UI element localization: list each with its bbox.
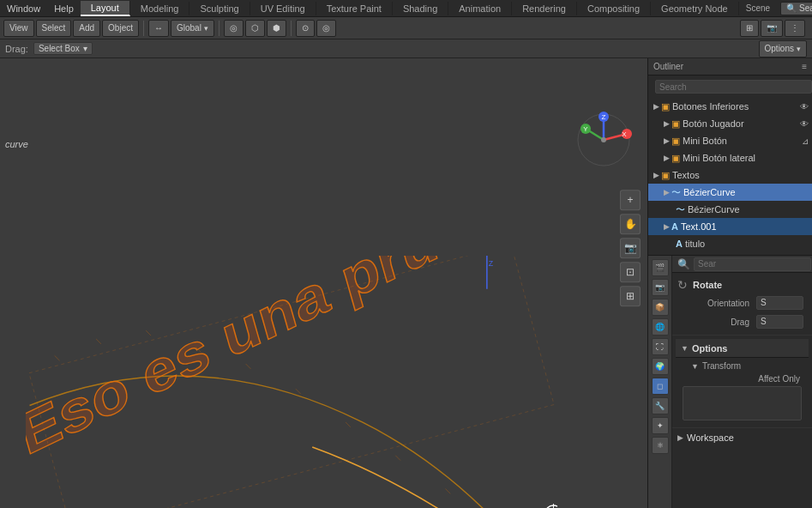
separator-3: [291, 21, 292, 36]
tab-geometry-node[interactable]: Geometry Node: [651, 2, 739, 15]
viewport-controls: + ✋ 📷 ⊡ ⊞: [620, 190, 641, 306]
outliner-title: Outliner: [653, 62, 683, 71]
svg-text:Y: Y: [583, 125, 588, 133]
persp-btn[interactable]: ⊞: [620, 286, 641, 306]
mesh-icon-2: ▣: [671, 136, 680, 147]
view-label: View: [9, 23, 28, 33]
curve-icon: 〜: [671, 186, 681, 199]
props-icon-physics[interactable]: ⚛: [652, 437, 669, 454]
orientation-value[interactable]: S: [756, 296, 803, 310]
global-btn[interactable]: Global: [171, 20, 214, 37]
affect-only-value-area[interactable]: [683, 386, 802, 420]
mesh-icon: ▣: [671, 118, 680, 130]
item-label: Mini Botón: [683, 136, 727, 146]
svg-point-18: [601, 137, 606, 142]
tab-shading[interactable]: Shading: [393, 2, 448, 15]
outliner-menu-btn[interactable]: ≡: [802, 62, 807, 71]
tab-compositing[interactable]: Compositing: [577, 2, 651, 15]
props-icon-world[interactable]: 🌍: [652, 358, 669, 375]
wireframe-btn[interactable]: ⬡: [245, 20, 265, 37]
add-menu-btn[interactable]: Add: [73, 20, 100, 37]
collection-icon: ▣: [661, 101, 670, 112]
3d-scene-content: Eso es una prueba: [26, 256, 557, 508]
object-menu-btn[interactable]: Object: [102, 20, 139, 37]
props-icon-render[interactable]: 📷: [652, 279, 669, 296]
tab-texture-paint[interactable]: Texture Paint: [316, 2, 393, 15]
tree-arrow: ▶: [664, 136, 670, 145]
tree-item-mini-boton[interactable]: ▶ ▣ Mini Botón ⊿: [648, 132, 812, 149]
props-search-input[interactable]: [694, 257, 811, 271]
proportional-btn[interactable]: ◎: [316, 20, 336, 37]
options-dropdown[interactable]: Options: [759, 40, 807, 57]
tab-uv-editing[interactable]: UV Editing: [250, 2, 316, 15]
snap-btn[interactable]: ⊙: [296, 20, 315, 37]
view-menu-btn[interactable]: View: [3, 20, 34, 37]
viewport-shading-btn[interactable]: ◎: [224, 20, 244, 37]
viewport[interactable]: curve Eso es una prueba: [0, 58, 647, 508]
rotate-section: ↻ Rotate Orientation S Drag S: [672, 273, 812, 336]
tab-sculpting[interactable]: Sculpting: [189, 2, 250, 15]
props-icon-view-layer[interactable]: 🌐: [652, 318, 669, 336]
tab-animation[interactable]: Animation: [448, 2, 512, 15]
props-search-header: 🔍 ≡: [672, 256, 812, 273]
tree-arrow: ▶: [653, 102, 659, 111]
tree-arrow: ▶: [664, 222, 670, 231]
props-icon-scene2[interactable]: ⛶: [652, 338, 669, 355]
tree-item-boton-jugador[interactable]: ▶ ▣ Botón Jugador 👁: [648, 115, 812, 132]
props-icon-object[interactable]: ◻: [652, 378, 669, 395]
scene-dropdown[interactable]: Scene: [739, 2, 777, 15]
affect-only-row: Affect Only: [679, 372, 805, 384]
options-section-header[interactable]: ▼ Options: [676, 339, 809, 358]
eye-icon[interactable]: 👁: [800, 119, 809, 129]
props-icon-scene[interactable]: 🎬: [652, 259, 669, 276]
tab-rendering[interactable]: Rendering: [512, 2, 577, 15]
transform-widget-btn[interactable]: ↔: [148, 20, 169, 37]
props-icon-output[interactable]: 📦: [652, 299, 669, 316]
svg-text:Eso es una prueba: Eso es una prueba: [26, 256, 544, 468]
tree-item-titulo[interactable]: A titulo: [648, 235, 812, 252]
camera-btn[interactable]: 📷: [620, 238, 641, 258]
transform-label[interactable]: ▼ Transform: [679, 360, 805, 372]
drag-prop-label: Drag: [681, 318, 749, 327]
tree-item-bezier-curve-2[interactable]: 〜 BézierCurve: [648, 201, 812, 218]
search-button[interactable]: 🔍 Search: [780, 2, 812, 15]
props-icon-modifier[interactable]: 🔧: [652, 397, 669, 414]
tree-item-text-001[interactable]: ▶ A Text.001: [648, 218, 812, 235]
tree-item-botones-inferiores[interactable]: ▶ ▣ Botones Inferiores 👁: [648, 98, 812, 115]
eye-icon[interactable]: 👁: [800, 102, 809, 112]
rotate-row: ↻ Rotate: [677, 276, 807, 293]
menu-help[interactable]: Help: [47, 2, 81, 15]
tree-arrow: ▶: [653, 171, 659, 179]
tree-item-textos[interactable]: ▶ ▣ Textos: [648, 166, 812, 184]
props-icon-particles[interactable]: ✦: [652, 417, 669, 434]
viewport-coords: curve: [5, 139, 28, 149]
add-label: Add: [79, 23, 94, 33]
rotate-icon: ↻: [677, 278, 688, 292]
drag-value[interactable]: S: [756, 315, 803, 329]
tree-item-mini-boton-lateral[interactable]: ▶ ▣ Mini Botón lateral: [648, 149, 812, 166]
pan-btn[interactable]: ✋: [620, 214, 641, 234]
global-label: Global: [177, 23, 201, 33]
separator-2: [219, 21, 220, 36]
tree-item-bezier-curve-1[interactable]: ▶ 〜 BézierCurve: [648, 184, 812, 201]
tab-modeling[interactable]: Modeling: [130, 2, 190, 15]
tab-layout[interactable]: Layout: [81, 1, 130, 16]
shading-icon: ◎: [230, 23, 238, 33]
options-btn[interactable]: ⋮: [785, 20, 805, 37]
item-label: Mini Botón lateral: [683, 153, 755, 163]
select-label: Select: [42, 23, 66, 33]
solid-btn[interactable]: ⬢: [267, 20, 286, 37]
properties-section: 🎬 📷 📦 🌐 ⛶ 🌍 ◻ 🔧 ✦ ⚛ 🔍 ≡: [648, 256, 812, 508]
outliner-search-input[interactable]: [655, 80, 812, 94]
main-toolbar: View Select Add Object ↔ Global ◎ ⬡ ⬢ ⊙ …: [0, 17, 812, 39]
drag-row: Drag S: [677, 312, 807, 331]
menu-window[interactable]: Window: [0, 2, 47, 15]
select-box-dropdown[interactable]: Select Box: [33, 42, 93, 55]
view-layer-btn[interactable]: ⊞: [740, 20, 759, 37]
viewport-gizmo[interactable]: X Y Z: [574, 110, 634, 170]
render-btn[interactable]: 📷: [761, 20, 783, 37]
select-menu-btn[interactable]: Select: [36, 20, 72, 37]
ortho-btn[interactable]: ⊡: [620, 262, 641, 282]
zoom-in-btn[interactable]: +: [620, 190, 641, 210]
workspace-section-header[interactable]: ▶ Workspace: [672, 428, 812, 447]
